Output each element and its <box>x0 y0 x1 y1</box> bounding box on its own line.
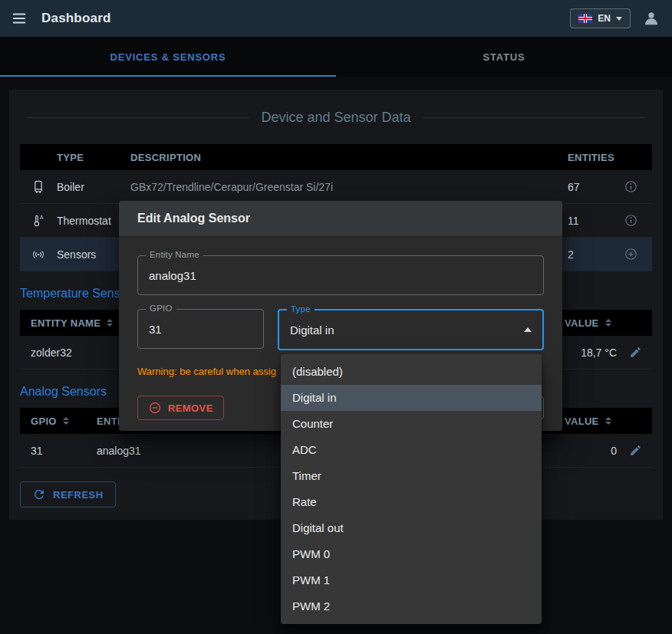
header-value: VALUE <box>565 416 599 427</box>
device-entities-count: 67 <box>555 181 609 193</box>
header-entity-name: ENTITY NAME <box>31 317 100 329</box>
sort-icon[interactable] <box>605 417 611 425</box>
thermostat-icon: A <box>20 213 57 228</box>
add-icon[interactable] <box>609 247 652 261</box>
info-icon[interactable] <box>609 179 652 194</box>
sort-icon[interactable] <box>605 319 611 327</box>
header-description: DESCRIPTION <box>130 152 555 163</box>
account-avatar-icon[interactable] <box>641 8 661 28</box>
menu-item-timer[interactable]: Timer <box>281 463 542 489</box>
refresh-button[interactable]: REFRESH <box>20 481 116 508</box>
menu-item-pwm1[interactable]: PWM 1 <box>281 567 542 593</box>
device-entities-count: 11 <box>555 215 609 227</box>
active-tab-indicator <box>0 75 336 77</box>
remove-button-label: REMOVE <box>168 402 213 414</box>
gpio-label: GPIO <box>146 304 176 313</box>
svg-text:A: A <box>40 214 44 220</box>
chevron-up-icon <box>524 327 532 332</box>
refresh-icon <box>32 488 46 501</box>
app-bar: Dashboard EN <box>0 0 672 37</box>
menu-item-rate[interactable]: Rate <box>281 489 542 515</box>
entity-name-label: Entity Name <box>146 250 203 259</box>
refresh-button-label: REFRESH <box>53 489 104 501</box>
remove-button[interactable]: REMOVE <box>137 396 224 420</box>
section-divider-heading: Device and Sensor Data <box>26 110 646 126</box>
sort-icon[interactable] <box>63 417 69 425</box>
menu-item-adc[interactable]: ADC <box>281 437 542 463</box>
sensor-value: 0 <box>565 445 618 457</box>
language-label: EN <box>598 13 611 24</box>
type-selected-value: Digital in <box>290 324 334 337</box>
boiler-icon <box>20 179 57 195</box>
sensor-gpio: 31 <box>20 445 97 457</box>
table-row-boiler[interactable]: Boiler GBx72/Trendline/Cerapur/Greenstar… <box>20 170 652 204</box>
chevron-down-icon <box>616 17 622 21</box>
divider-line <box>26 117 249 118</box>
tab-status[interactable]: STATUS <box>336 37 672 77</box>
type-select-menu: (disabled) Digital in Counter ADC Timer … <box>281 354 542 624</box>
menu-item-pwm0[interactable]: PWM 0 <box>281 541 542 567</box>
tab-bar: DEVICES & SENSORS STATUS <box>0 37 672 77</box>
page-title: Dashboard <box>41 11 111 26</box>
screen: Dashboard EN DEVICES & SENSORS STATUS De… <box>0 0 672 634</box>
type-label: Type <box>287 304 315 314</box>
device-entities-count: 2 <box>555 248 609 261</box>
entity-name-value: analog31 <box>149 269 196 282</box>
app-bar-right: EN <box>570 8 661 28</box>
entity-name-field[interactable]: Entity Name analog31 <box>137 255 544 295</box>
header-gpio: GPIO <box>31 416 57 427</box>
divider-line <box>423 117 646 118</box>
sensors-icon <box>20 247 57 262</box>
type-select[interactable]: Type Digital in <box>278 309 544 350</box>
header-entities: ENTITIES <box>555 152 609 163</box>
language-selector-button[interactable]: EN <box>570 8 631 28</box>
sort-icon[interactable] <box>107 319 113 327</box>
sensor-value: 18,7 °C <box>565 347 618 359</box>
gpio-value: 31 <box>149 323 162 336</box>
hamburger-menu-icon[interactable] <box>11 10 28 27</box>
minus-circle-icon <box>148 401 162 415</box>
menu-item-disabled[interactable]: (disabled) <box>281 359 542 385</box>
device-description: GBx72/Trendline/Cerapur/Greenstar Si/27i <box>130 181 555 193</box>
gpio-field[interactable]: GPIO 31 <box>137 309 264 349</box>
field-row: GPIO 31 Type Digital in <box>137 309 544 350</box>
device-type: Boiler <box>57 181 130 193</box>
menu-item-digital-out[interactable]: Digital out <box>281 515 542 541</box>
edit-icon[interactable] <box>618 444 652 457</box>
uk-flag-icon <box>578 14 592 23</box>
tab-devices-sensors[interactable]: DEVICES & SENSORS <box>0 37 336 77</box>
content-heading: Device and Sensor Data <box>261 110 410 126</box>
devices-table-header: TYPE DESCRIPTION ENTITIES <box>20 144 652 170</box>
header-type: TYPE <box>57 152 130 163</box>
edit-icon[interactable] <box>618 346 652 359</box>
dialog-title: Edit Analog Sensor <box>119 201 562 237</box>
header-value: VALUE <box>565 317 599 329</box>
menu-item-pwm2[interactable]: PWM 2 <box>281 593 542 619</box>
menu-item-counter[interactable]: Counter <box>281 411 542 437</box>
info-icon[interactable] <box>609 213 652 228</box>
menu-item-digital-in[interactable]: Digital in <box>281 385 542 411</box>
